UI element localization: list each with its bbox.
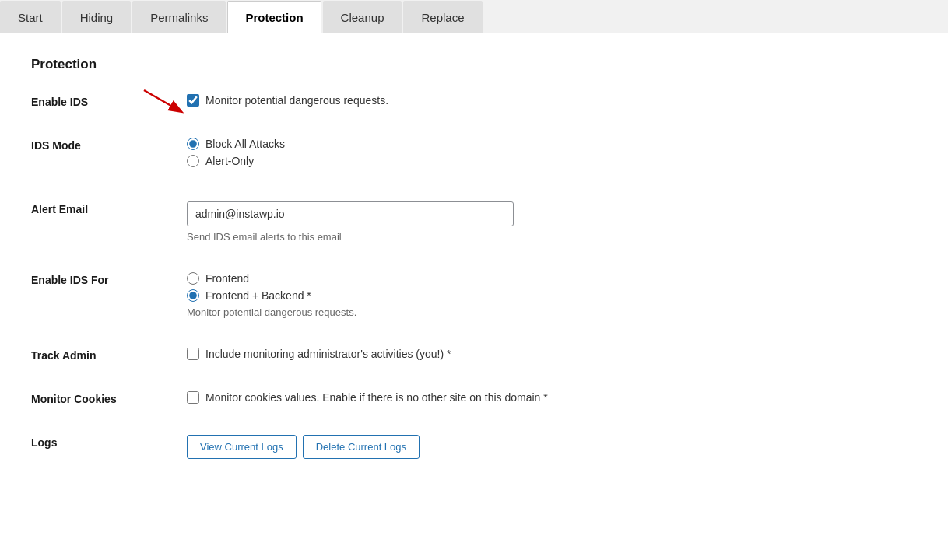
radio-row-block-all: Block All Attacks (187, 138, 917, 150)
control-alert-email: Send IDS email alerts to this email (187, 201, 917, 243)
radio-row-frontend-backend: Frontend + Backend * (187, 289, 917, 302)
ids-for-frontend-backend-radio[interactable] (187, 289, 199, 302)
tab-hiding[interactable]: Hiding (62, 1, 132, 33)
ids-for-frontend-label[interactable]: Frontend (205, 272, 249, 285)
page-title: Protection (31, 57, 917, 72)
tab-permalinks[interactable]: Permalinks (132, 1, 226, 33)
label-enable-ids: Enable IDS (31, 94, 187, 108)
setting-row-monitor-cookies: Monitor Cookies Monitor cookies values. … (31, 391, 917, 413)
monitor-cookies-label[interactable]: Monitor cookies values. Enable if there … (205, 391, 548, 404)
tab-cleanup[interactable]: Cleanup (323, 1, 402, 33)
alert-email-help: Send IDS email alerts to this email (187, 231, 917, 243)
ids-mode-alert-label[interactable]: Alert-Only (205, 155, 254, 167)
control-enable-ids: Monitor potential dangerous requests. (187, 94, 917, 107)
control-ids-mode: Block All Attacks Alert-Only (187, 138, 917, 172)
label-monitor-cookies: Monitor Cookies (31, 391, 187, 405)
tab-start[interactable]: Start (0, 1, 61, 33)
control-track-admin: Include monitoring administrator's activ… (187, 348, 917, 360)
ids-for-frontend-radio[interactable] (187, 272, 199, 285)
label-ids-mode: IDS Mode (31, 138, 187, 152)
setting-row-ids-mode: IDS Mode Block All Attacks Alert-Only (31, 138, 917, 180)
checkbox-row-enable-ids: Monitor potential dangerous requests. (187, 94, 917, 107)
label-alert-email: Alert Email (31, 201, 187, 215)
view-logs-button[interactable]: View Current Logs (187, 435, 297, 459)
label-track-admin: Track Admin (31, 348, 187, 362)
checkbox-row-monitor-cookies: Monitor cookies values. Enable if there … (187, 391, 917, 404)
tab-replace[interactable]: Replace (403, 1, 482, 33)
setting-row-logs: Logs View Current Logs Delete Current Lo… (31, 435, 917, 467)
tabs-bar: Start Hiding Permalinks Protection Clean… (0, 0, 948, 33)
radio-row-frontend: Frontend (187, 272, 917, 285)
track-admin-checkbox[interactable] (187, 348, 199, 360)
control-logs: View Current Logs Delete Current Logs (187, 435, 917, 459)
ids-for-frontend-backend-label[interactable]: Frontend + Backend * (205, 289, 311, 302)
setting-row-enable-ids-for: Enable IDS For Frontend Frontend + Backe… (31, 272, 917, 326)
radio-row-alert-only: Alert-Only (187, 155, 917, 167)
tab-protection[interactable]: Protection (227, 1, 321, 33)
enable-ids-checkbox[interactable] (187, 94, 199, 107)
setting-row-alert-email: Alert Email Send IDS email alerts to thi… (31, 201, 917, 250)
setting-row-track-admin: Track Admin Include monitoring administr… (31, 348, 917, 369)
label-logs: Logs (31, 435, 187, 449)
ids-mode-alert-radio[interactable] (187, 155, 199, 167)
ids-mode-block-radio[interactable] (187, 138, 199, 150)
alert-email-input[interactable] (187, 201, 514, 226)
enable-ids-label[interactable]: Monitor potential dangerous requests. (205, 94, 388, 107)
enable-ids-for-help: Monitor potential dangerous requests. (187, 306, 917, 318)
track-admin-label[interactable]: Include monitoring administrator's activ… (205, 348, 451, 360)
ids-mode-block-label[interactable]: Block All Attacks (205, 138, 285, 150)
logs-buttons-row: View Current Logs Delete Current Logs (187, 435, 917, 459)
label-enable-ids-for: Enable IDS For (31, 272, 187, 286)
content-panel: Protection Enable IDS Monit (0, 33, 948, 512)
checkbox-row-track-admin: Include monitoring administrator's activ… (187, 348, 917, 360)
delete-logs-button[interactable]: Delete Current Logs (303, 435, 420, 459)
control-monitor-cookies: Monitor cookies values. Enable if there … (187, 391, 917, 404)
monitor-cookies-checkbox[interactable] (187, 391, 199, 404)
control-enable-ids-for: Frontend Frontend + Backend * Monitor po… (187, 272, 917, 318)
setting-row-enable-ids: Enable IDS Monitor potential dangerous r… (31, 94, 917, 116)
